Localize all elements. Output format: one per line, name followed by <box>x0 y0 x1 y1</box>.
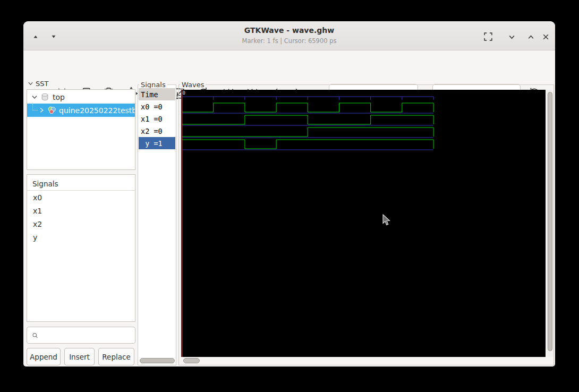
tree-item-testbench[interactable]: quine20250222testbench <box>27 104 135 117</box>
module-icon <box>47 106 56 115</box>
marker-cursor-status: Marker: 1 fs | Cursor: 65900 ps <box>23 37 555 45</box>
fullscreen-button[interactable] <box>483 32 493 41</box>
tree-item-label: top <box>53 93 65 101</box>
waves-frame: Waves 0 <box>178 84 554 365</box>
tree-item-label: quine20250222testbench <box>59 106 135 115</box>
gtkwave-window: GTKWave - wave.ghw Marker: 1 fs | Cursor… <box>23 21 555 367</box>
search-icon <box>32 331 38 339</box>
desktop: GTKWave - wave.ghw Marker: 1 fs | Cursor… <box>0 0 579 392</box>
minimize-button[interactable] <box>507 32 516 41</box>
waves-frame-label: Waves <box>180 81 206 89</box>
toolbar: From: To: <box>23 50 555 78</box>
signal-search-box[interactable] <box>27 327 135 344</box>
waves-hscrollbar[interactable] <box>183 358 200 363</box>
signal-row-x1[interactable]: x1 =0 <box>139 113 175 125</box>
close-icon <box>542 33 550 41</box>
list-item-x1[interactable]: x1 <box>27 204 135 217</box>
signal-values-frame: Signals Time x0 =0 x1 =0 x2 =0 y =1 <box>138 84 176 365</box>
tree-connector <box>32 104 38 110</box>
chevron-down-icon <box>508 33 516 41</box>
signal-values-frame-label: Signals <box>139 81 167 89</box>
titlebar[interactable]: GTKWave - wave.ghw Marker: 1 fs | Cursor… <box>23 21 555 50</box>
tree-item-top[interactable]: top <box>27 90 135 104</box>
chevron-down-icon <box>28 81 33 87</box>
svg-text:0: 0 <box>183 90 185 96</box>
sst-header[interactable]: SST <box>28 80 48 88</box>
waves-vscrollbar[interactable] <box>547 90 554 357</box>
chevron-up-icon <box>527 33 535 41</box>
insert-button[interactable]: Insert <box>64 348 95 365</box>
waveform-plot: 0 <box>181 90 546 357</box>
sst-label: SST <box>36 80 48 88</box>
signal-row-x0[interactable]: x0 =0 <box>139 100 175 113</box>
signal-row-x2[interactable]: x2 =0 <box>139 125 175 137</box>
expander-collapsed-icon[interactable] <box>39 107 45 113</box>
signal-row-y[interactable]: y =1 <box>139 137 175 149</box>
time-header[interactable]: Time <box>139 88 175 100</box>
database-icon <box>41 93 49 101</box>
close-button[interactable] <box>541 32 550 41</box>
signal-search-input[interactable] <box>41 331 135 339</box>
replace-button[interactable]: Replace <box>98 348 134 365</box>
list-item-x0[interactable]: x0 <box>27 191 135 204</box>
signals-list-header: Signals <box>27 175 135 191</box>
fullscreen-icon <box>484 32 492 41</box>
window-title: GTKWave - wave.ghw <box>23 26 555 35</box>
mouse-cursor <box>382 214 394 227</box>
signals-list-panel: Signals x0 x1 x2 y <box>27 174 135 322</box>
maximize-button[interactable] <box>526 32 535 41</box>
list-item-x2[interactable]: x2 <box>27 217 135 231</box>
waves-vscrollbar-thumb[interactable] <box>548 92 552 351</box>
wave-canvas[interactable]: 0 <box>181 90 546 357</box>
signal-values-hscrollbar[interactable] <box>140 358 175 363</box>
list-item-y[interactable]: y <box>27 231 135 244</box>
append-button[interactable]: Append <box>27 348 61 365</box>
sst-tree-panel: top quine20250222testbench <box>27 89 135 170</box>
expander-expanded-icon[interactable] <box>31 94 38 100</box>
